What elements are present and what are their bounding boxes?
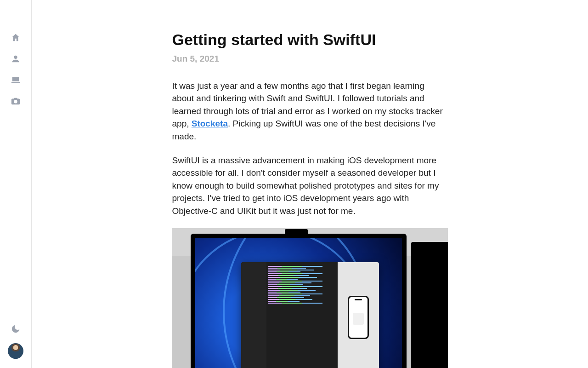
moon-icon (11, 324, 21, 335)
sidebar (0, 0, 32, 368)
sidebar-nav-top (10, 33, 21, 108)
laptop-icon (11, 75, 21, 87)
nav-photos[interactable] (10, 97, 21, 108)
article-paragraph-2: SwiftUI is a massive advancement in maki… (172, 154, 448, 218)
stocketa-link[interactable]: Stocketa (192, 119, 228, 128)
nav-work[interactable] (10, 75, 21, 86)
nav-about[interactable] (10, 54, 21, 65)
article-title: Getting started with SwiftUI (172, 30, 448, 49)
avatar[interactable] (8, 343, 23, 359)
article: Getting started with SwiftUI Jun 5, 2021… (172, 0, 448, 368)
camera-icon (11, 96, 21, 108)
home-icon (11, 33, 21, 45)
article-hero-image (172, 228, 448, 368)
article-paragraph-1: It was just a year and a few months ago … (172, 80, 448, 143)
theme-toggle[interactable] (10, 324, 21, 335)
person-icon (11, 54, 21, 66)
page-layout: Getting started with SwiftUI Jun 5, 2021… (0, 0, 588, 368)
main-content: Getting started with SwiftUI Jun 5, 2021… (32, 0, 588, 368)
article-date: Jun 5, 2021 (172, 54, 448, 64)
sidebar-nav-bottom (8, 324, 23, 359)
nav-home[interactable] (10, 33, 21, 44)
